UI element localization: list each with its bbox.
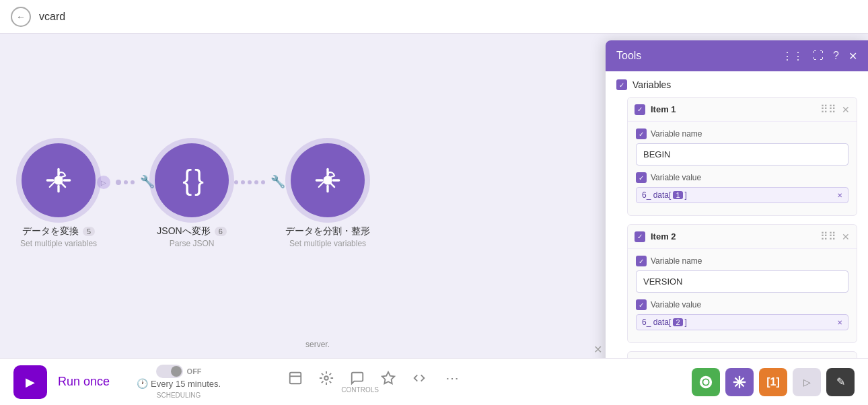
controls-icon-3[interactable] — [350, 371, 365, 385]
node-subtitle-1: Set multiple variables — [20, 239, 97, 248]
edit-icon: ✎ — [836, 375, 845, 388]
item2-varname-checkbox[interactable]: ✓ — [636, 256, 647, 266]
controls-icon-5[interactable] — [412, 371, 427, 385]
item-header-1: ✓ Item 1 ⠿⠿ ✕ — [628, 98, 857, 122]
controls-svg-1 — [288, 371, 303, 385]
scheduling-section: OFF 🕐 Every 15 minutes. SCHEDULING — [137, 365, 221, 399]
item2-tag-close[interactable]: ✕ — [837, 319, 842, 326]
controls-icon-2[interactable] — [319, 371, 334, 385]
arrow-icon: ▷ — [803, 377, 811, 388]
panel-body: ✓ Variables ✓ Item 1 ⠿⠿ ✕ ✓ Variable nam… — [606, 71, 868, 358]
back-button[interactable]: ← — [11, 7, 31, 27]
item1-close[interactable]: ✕ — [842, 104, 850, 115]
item1-body: ✓ Variable name ✓ Variable value 6_ data… — [628, 122, 857, 215]
node-label-2: JSONへ変形 6 Parse JSON — [157, 225, 226, 248]
tools-btn-orange[interactable]: [1] — [759, 368, 787, 396]
toolbar-right: [1] ▷ ✎ — [692, 368, 855, 396]
controls-svg-4 — [381, 371, 396, 385]
item1-tag-close[interactable]: ✕ — [837, 192, 842, 199]
bracket-icon: [1] — [766, 376, 780, 388]
controls-icon-1[interactable] — [288, 371, 303, 385]
connector-2: 🔧 — [229, 174, 285, 190]
panel-header-icons: ⋮⋮ ⛶ ? ✕ — [782, 50, 857, 63]
canvas: データを変換 5 Set multiple variables ▷ 🔧 { } — [0, 34, 868, 358]
tools-btn-purple[interactable] — [725, 368, 754, 396]
item1-varname-input[interactable] — [636, 143, 848, 165]
node-circle-1[interactable] — [22, 143, 96, 217]
item-header-3: ✓ Item 3 ⠿⠿ ✕ — [628, 352, 857, 358]
tools-icon-1 — [42, 163, 75, 197]
node-badge-1: 5 — [83, 227, 95, 236]
item1-title: Item 1 — [651, 104, 815, 114]
dot — [131, 180, 135, 184]
toggle-off-label: OFF — [187, 367, 202, 375]
item2-tag-suffix: ] — [685, 318, 687, 327]
play-icon: ▶ — [26, 375, 35, 390]
item1-tag-suffix: ] — [685, 190, 687, 200]
node-title-1: データを変換 — [22, 225, 79, 237]
item-block-1: ✓ Item 1 ⠿⠿ ✕ ✓ Variable name ✓ Variable… — [627, 97, 857, 216]
variables-section-header: ✓ Variables — [616, 79, 857, 90]
panel-header: Tools ⋮⋮ ⛶ ? ✕ — [606, 40, 868, 71]
panel-help-icon[interactable]: ? — [833, 50, 839, 62]
node-badge-2: 6 — [215, 227, 227, 236]
node-label-1: データを変換 5 Set multiple variables — [20, 225, 97, 248]
panel-expand-icon[interactable]: ⛶ — [813, 50, 824, 62]
controls-icons: ⋯ — [288, 370, 459, 386]
header: ← vcard — [0, 0, 868, 34]
asterisk-icon — [732, 375, 747, 390]
node-circle-2[interactable]: { } — [155, 143, 229, 217]
item-block-3: ✓ Item 3 ⠿⠿ ✕ ✓ Variable name — [627, 351, 857, 358]
panel-close-icon[interactable]: ✕ — [848, 50, 857, 63]
item1-varvalue-tag[interactable]: 6_ data[ 1 ] ✕ — [636, 187, 848, 203]
variables-checkbox[interactable]: ✓ — [616, 79, 627, 90]
item2-varname-input[interactable] — [636, 270, 848, 293]
toggle-knob — [171, 366, 182, 377]
item2-drag-handle[interactable]: ⠿⠿ — [820, 230, 836, 243]
panel-more-icon[interactable]: ⋮⋮ — [782, 50, 803, 63]
side-close-button[interactable]: ✕ — [593, 343, 602, 356]
tools-btn-dark[interactable]: ✎ — [826, 368, 855, 396]
run-button[interactable]: ▶ — [13, 365, 47, 399]
controls-icon-4[interactable] — [381, 371, 396, 385]
gear-icon — [698, 375, 713, 390]
variables-label: Variables — [632, 79, 671, 90]
node-subtitle-3: Set multiple variables — [285, 239, 370, 248]
item-header-2: ✓ Item 2 ⠿⠿ ✕ — [628, 225, 857, 249]
item1-drag-handle[interactable]: ⠿⠿ — [820, 103, 836, 116]
toggle-container: OFF — [156, 365, 202, 378]
dot — [234, 180, 238, 184]
item1-varname-label: ✓ Variable name — [636, 128, 848, 139]
item2-varvalue-checkbox[interactable]: ✓ — [636, 299, 647, 310]
flow-container: データを変換 5 Set multiple variables ▷ 🔧 { } — [20, 143, 370, 248]
item2-tag-prefix: 6_ data[ — [642, 318, 671, 327]
item2-tag-num: 2 — [673, 318, 682, 326]
tools-btn-green[interactable] — [692, 368, 720, 396]
node-group-3: データを分割・整形 Set multiple variables — [285, 143, 370, 248]
controls-svg-2 — [319, 371, 334, 385]
controls-svg-5 — [412, 371, 427, 385]
dot-line-1 — [110, 180, 140, 185]
item1-checkbox[interactable]: ✓ — [635, 104, 645, 115]
svg-point-12 — [324, 376, 328, 380]
dot — [124, 180, 128, 184]
item1-varname-checkbox[interactable]: ✓ — [636, 128, 647, 139]
more-icon[interactable]: ⋯ — [445, 370, 459, 386]
dot — [254, 180, 258, 184]
dot — [241, 180, 245, 184]
panel-title: Tools — [616, 50, 641, 62]
node-group-1: データを変換 5 Set multiple variables — [20, 143, 97, 248]
tools-btn-gray[interactable]: ▷ — [793, 368, 821, 396]
item1-varvalue-checkbox[interactable]: ✓ — [636, 172, 647, 183]
item2-close[interactable]: ✕ — [842, 231, 850, 242]
item2-varvalue-tag[interactable]: 6_ data[ 2 ] ✕ — [636, 314, 848, 330]
schedule-toggle[interactable] — [156, 365, 183, 378]
dot-line-2 — [229, 180, 270, 184]
schedule-info: 🕐 Every 15 minutes. — [137, 378, 221, 389]
run-label: Run once — [58, 375, 110, 389]
dot — [116, 180, 121, 185]
dot — [248, 180, 252, 184]
item2-checkbox[interactable]: ✓ — [635, 231, 645, 242]
schedule-label: Every 15 minutes. — [151, 379, 221, 389]
node-circle-3[interactable] — [291, 143, 365, 217]
